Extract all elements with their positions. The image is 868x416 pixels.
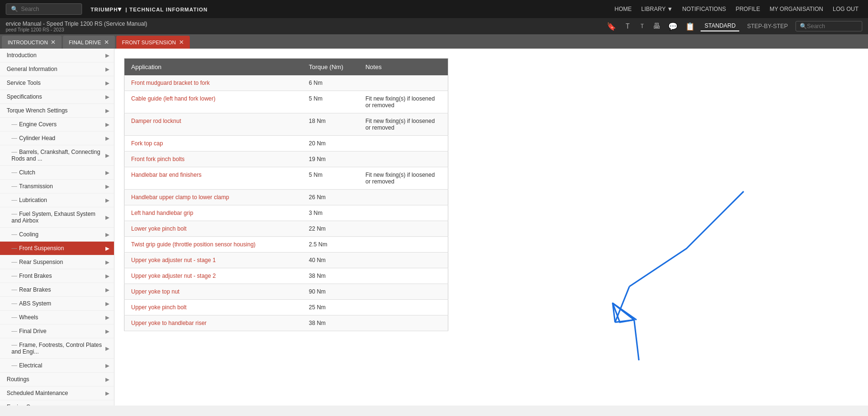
table-cell-application: Upper yoke pinch bolt bbox=[124, 300, 302, 315]
table-cell-notes bbox=[359, 253, 448, 268]
sidebar-item-specifications[interactable]: Specifications ▶ bbox=[0, 90, 114, 104]
table-row: Damper rod locknut18 NmFit new fixing(s)… bbox=[124, 113, 448, 136]
sidebar-item-engine-covers-bottom[interactable]: Engine Covers ▶ bbox=[0, 400, 114, 406]
table-row: Upper yoke top nut90 Nm bbox=[124, 284, 448, 300]
sidebar-item-scheduled-maintenance[interactable]: Scheduled Maintenance ▶ bbox=[0, 386, 114, 400]
table-cell-torque: 3 Nm bbox=[302, 205, 359, 221]
content-search-input[interactable] bbox=[807, 23, 859, 30]
table-cell-notes bbox=[359, 284, 448, 300]
table-cell-notes: Fit new fixing(s) if loosened or removed bbox=[359, 113, 448, 136]
search-icon-small: 🔍 bbox=[800, 23, 807, 30]
nav-notifications[interactable]: NOTIFICATIONS bbox=[679, 6, 730, 12]
table-cell-notes bbox=[359, 136, 448, 152]
step-by-step-view-btn[interactable]: STEP-BY-STEP bbox=[743, 21, 792, 31]
triumph-logo: TRIUMPH▾| TECHNICAL INFORMATION bbox=[87, 5, 207, 13]
nav-profile[interactable]: PROFILE bbox=[732, 6, 764, 12]
text-smaller-icon[interactable]: Ｔ bbox=[637, 21, 647, 31]
table-cell-application: Damper rod locknut bbox=[124, 113, 302, 136]
sidebar-item-cylinder-head[interactable]: —Cylinder Head ▶ bbox=[0, 132, 114, 145]
table-cell-torque: 90 Nm bbox=[302, 284, 359, 300]
sidebar-item-wheels[interactable]: —Wheels ▶ bbox=[0, 311, 114, 325]
table-cell-notes bbox=[359, 75, 448, 91]
sidebar-item-introduction[interactable]: Introduction ▶ bbox=[0, 49, 114, 62]
share-icon[interactable]: 📋 bbox=[683, 21, 697, 32]
table-cell-notes: Fit new fixing(s) if loosened or removed bbox=[359, 167, 448, 190]
expand-icon-routings: ▶ bbox=[105, 376, 109, 383]
sidebar-item-rear-brakes-label: Rear Brakes bbox=[19, 286, 51, 293]
table-cell-application: Twist grip guide (throttle position sens… bbox=[124, 237, 302, 253]
sidebar-item-final-drive[interactable]: —Final Drive ▶ bbox=[0, 325, 114, 338]
table-row: Front mudguard bracket to fork6 Nm bbox=[124, 75, 448, 91]
sidebar-item-cooling[interactable]: —Cooling ▶ bbox=[0, 228, 114, 242]
tab-final-drive[interactable]: FINAL DRIVE ✕ bbox=[63, 36, 114, 49]
expand-icon-rear-suspension: ▶ bbox=[105, 259, 109, 265]
table-cell-application: Fork top cap bbox=[124, 136, 302, 152]
expand-icon-cooling: ▶ bbox=[105, 232, 109, 238]
expand-icon-cylinder-head: ▶ bbox=[105, 135, 109, 142]
table-cell-torque: 26 Nm bbox=[302, 190, 359, 205]
table-cell-notes bbox=[359, 205, 448, 221]
bookmark-icon[interactable]: 🔖 bbox=[605, 21, 618, 32]
sidebar-item-front-brakes[interactable]: —Front Brakes ▶ bbox=[0, 269, 114, 283]
table-row: Upper yoke adjuster nut - stage 140 Nm bbox=[124, 253, 448, 268]
table-cell-torque: 5 Nm bbox=[302, 167, 359, 190]
sidebar-item-transmission[interactable]: —Transmission ▶ bbox=[0, 180, 114, 193]
sidebar-item-cooling-label: Cooling bbox=[19, 231, 39, 238]
tab-bar: INTRODUCTION ✕ FINAL DRIVE ✕ FRONT SUSPE… bbox=[0, 34, 868, 49]
comment-icon[interactable]: 💬 bbox=[666, 21, 680, 32]
sidebar-item-general-info[interactable]: General Information ▶ bbox=[0, 62, 114, 76]
sidebar-item-abs-system[interactable]: —ABS System ▶ bbox=[0, 297, 114, 311]
print-icon[interactable]: 🖶 bbox=[651, 21, 662, 31]
table-row: Fork top cap20 Nm bbox=[124, 136, 448, 152]
table-cell-torque: 38 Nm bbox=[302, 315, 359, 331]
table-cell-notes bbox=[359, 221, 448, 237]
nav-my-organisation[interactable]: MY ORGANISATION bbox=[766, 6, 827, 12]
table-cell-torque: 38 Nm bbox=[302, 268, 359, 284]
sidebar-item-torque-wrench[interactable]: Torque Wrench Settings ▶ bbox=[0, 104, 114, 118]
sidebar-item-frame[interactable]: —Frame, Footrests, Control Plates and En… bbox=[0, 338, 114, 359]
expand-icon-front-suspension: ▶ bbox=[105, 245, 109, 252]
top-search-input[interactable] bbox=[21, 6, 78, 12]
sidebar-item-engine-covers-sub[interactable]: —Engine Covers ▶ bbox=[0, 118, 114, 132]
content-search-bar[interactable]: 🔍 bbox=[796, 21, 862, 31]
sidebar-item-front-suspension[interactable]: —Front Suspension ▶ bbox=[0, 242, 114, 255]
table-row: Left hand handlebar grip3 Nm bbox=[124, 205, 448, 221]
nav-home[interactable]: HOME bbox=[611, 6, 636, 12]
expand-icon-final-drive: ▶ bbox=[105, 328, 109, 335]
expand-icon-frame: ▶ bbox=[105, 345, 109, 352]
table-cell-application: Lower yoke pinch bolt bbox=[124, 221, 302, 237]
tab-front-suspension[interactable]: FRONT SUSPENSION ✕ bbox=[116, 36, 190, 49]
sidebar-item-service-tools-label: Service Tools bbox=[7, 80, 41, 86]
top-nav: 🔍 TRIUMPH▾| TECHNICAL INFORMATION HOME L… bbox=[0, 0, 868, 18]
table-row: Cable guide (left hand fork lower)5 NmFi… bbox=[124, 91, 448, 113]
top-search-bar[interactable]: 🔍 bbox=[6, 3, 82, 15]
sidebar-item-barrels[interactable]: —Barrels, Crankshaft, Connecting Rods an… bbox=[0, 145, 114, 166]
table-row: Upper yoke to handlebar riser38 Nm bbox=[124, 315, 448, 331]
sidebar-item-routings-label: Routings bbox=[7, 376, 29, 383]
expand-icon-wheels: ▶ bbox=[105, 315, 109, 321]
sidebar-item-electrical[interactable]: —Electrical ▶ bbox=[0, 359, 114, 373]
sidebar-item-service-tools[interactable]: Service Tools ▶ bbox=[0, 76, 114, 90]
nav-library[interactable]: LIBRARY ▼ bbox=[638, 6, 677, 12]
tab-front-suspension-close[interactable]: ✕ bbox=[179, 39, 184, 45]
expand-icon-specifications: ▶ bbox=[105, 94, 109, 100]
sidebar-item-barrels-label: Barrels, Crankshaft, Connecting Rods and… bbox=[11, 149, 100, 162]
tab-final-drive-close[interactable]: ✕ bbox=[104, 39, 109, 45]
table-cell-torque: 2.5 Nm bbox=[302, 237, 359, 253]
sidebar-item-fuel-system[interactable]: —Fuel System, Exhaust System and Airbox … bbox=[0, 207, 114, 228]
sidebar-item-rear-suspension[interactable]: —Rear Suspension ▶ bbox=[0, 255, 114, 269]
text-larger-icon[interactable]: Ｔ bbox=[622, 20, 633, 32]
sidebar-item-rear-brakes[interactable]: —Rear Brakes ▶ bbox=[0, 283, 114, 297]
sidebar-item-routings[interactable]: Routings ▶ bbox=[0, 373, 114, 386]
sidebar-item-clutch[interactable]: —Clutch ▶ bbox=[0, 166, 114, 180]
nav-log-out[interactable]: LOG OUT bbox=[829, 6, 862, 12]
expand-icon-service-tools: ▶ bbox=[105, 80, 109, 86]
standard-view-btn[interactable]: STANDARD bbox=[701, 21, 739, 31]
second-bar-title-area: ervice Manual - Speed Triple 1200 RS (Se… bbox=[6, 20, 147, 32]
table-row: Handlebar bar end finishers5 NmFit new f… bbox=[124, 167, 448, 190]
sidebar-item-lubrication[interactable]: —Lubrication ▶ bbox=[0, 193, 114, 207]
sidebar-item-abs-label: ABS System bbox=[19, 300, 51, 307]
tab-introduction[interactable]: INTRODUCTION ✕ bbox=[2, 36, 62, 49]
tab-introduction-close[interactable]: ✕ bbox=[51, 39, 56, 45]
toolbar-icons: 🔖 Ｔ Ｔ 🖶 💬 📋 STANDARD STEP-BY-STEP 🔍 bbox=[605, 20, 862, 32]
